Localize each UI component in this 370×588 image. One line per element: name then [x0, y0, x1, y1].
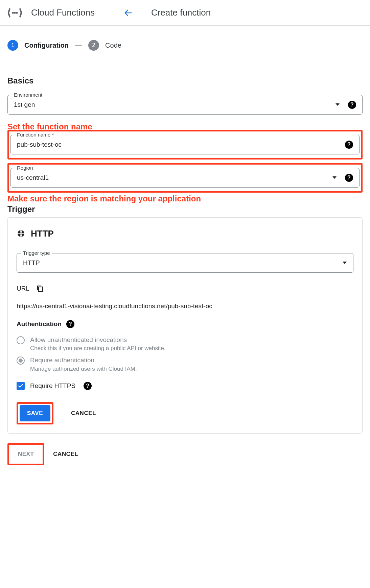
- trigger-url: https://us-central1-visionai-testing.clo…: [17, 302, 353, 310]
- highlight-box-save: SAVE: [17, 402, 53, 424]
- trigger-button-row: SAVE CANCEL: [17, 402, 353, 424]
- highlight-box-region: Region us-central1 ?: [7, 163, 363, 193]
- field-label: Environment: [12, 92, 44, 98]
- back-arrow-button[interactable]: [121, 6, 135, 20]
- basics-heading: Basics: [7, 76, 363, 85]
- header-divider: [115, 5, 115, 21]
- function-name-input[interactable]: Function name * ?: [10, 135, 360, 154]
- help-icon[interactable]: ?: [345, 174, 353, 182]
- step-code[interactable]: 2 Code: [88, 40, 121, 51]
- trigger-type-select[interactable]: Trigger type HTTP: [17, 253, 353, 273]
- main-content: Basics Environment 1st gen ? Set the fun…: [0, 65, 370, 472]
- svg-point-0: [12, 12, 14, 14]
- highlight-box-next: NEXT: [7, 443, 44, 465]
- step-connector: [75, 45, 82, 46]
- globe-icon: [17, 229, 25, 238]
- url-label: URL: [17, 285, 29, 292]
- chevron-down-icon: [332, 175, 337, 181]
- function-name-value[interactable]: [17, 141, 345, 148]
- region-select[interactable]: Region us-central1 ?: [10, 168, 360, 188]
- auth-radio-group: Allow unauthenticated invocations Check …: [17, 334, 353, 374]
- radio-subtitle: Manage authorized users with Cloud IAM.: [30, 366, 137, 372]
- help-icon[interactable]: ?: [84, 382, 92, 390]
- help-icon[interactable]: ?: [348, 101, 356, 109]
- save-button[interactable]: SAVE: [20, 405, 50, 421]
- radio-icon: [17, 336, 25, 344]
- trigger-heading: Trigger: [7, 204, 363, 214]
- checkbox-label: Require HTTPS: [30, 382, 75, 390]
- field-label: Function name *: [15, 132, 56, 138]
- authentication-label: Authentication: [17, 320, 62, 328]
- authentication-row: Authentication ?: [17, 320, 353, 328]
- svg-rect-4: [39, 287, 43, 292]
- step-configuration[interactable]: 1 Configuration: [7, 40, 69, 51]
- app-header: Cloud Functions Create function: [0, 0, 370, 26]
- field-value: HTTP: [23, 259, 342, 267]
- stepper: 1 Configuration 2 Code: [0, 26, 370, 65]
- step-number: 1: [7, 40, 18, 51]
- footer-button-row: NEXT CANCEL: [7, 443, 363, 465]
- radio-title: Require authentication: [30, 356, 137, 365]
- require-https-row[interactable]: Require HTTPS ?: [17, 382, 353, 390]
- annotation-region: Make sure the region is matching your ap…: [7, 194, 363, 204]
- trigger-type-heading: HTTP: [17, 228, 353, 239]
- radio-subtitle: Check this if you are creating a public …: [30, 345, 166, 352]
- svg-point-2: [16, 12, 18, 14]
- help-icon[interactable]: ?: [345, 141, 353, 149]
- step-label: Code: [105, 42, 121, 49]
- checkbox-checked-icon: [17, 382, 25, 390]
- url-row: URL: [17, 285, 353, 292]
- step-number: 2: [88, 40, 99, 51]
- cancel-button-footer[interactable]: CANCEL: [46, 446, 86, 462]
- field-value: us-central1: [17, 174, 332, 181]
- cloud-functions-icon: [7, 5, 23, 21]
- chevron-down-icon: [342, 260, 347, 266]
- next-button[interactable]: NEXT: [10, 446, 41, 462]
- field-label: Region: [15, 165, 35, 171]
- radio-require-authentication[interactable]: Require authentication Manage authorized…: [17, 354, 353, 374]
- field-value: 1st gen: [14, 101, 335, 108]
- svg-point-1: [14, 12, 16, 14]
- radio-title: Allow unauthenticated invocations: [30, 336, 166, 345]
- field-label: Trigger type: [21, 250, 52, 256]
- environment-select[interactable]: Environment 1st gen ?: [7, 95, 363, 115]
- radio-allow-unauthenticated[interactable]: Allow unauthenticated invocations Check …: [17, 334, 353, 354]
- copy-icon[interactable]: [36, 285, 44, 292]
- help-icon[interactable]: ?: [66, 320, 74, 328]
- trigger-heading-text: HTTP: [31, 228, 54, 239]
- product-title: Cloud Functions: [31, 7, 95, 18]
- environment-field-wrap: Environment 1st gen ?: [7, 95, 363, 115]
- trigger-card: HTTP Trigger type HTTP URL https://us-ce…: [7, 217, 363, 434]
- cancel-button[interactable]: CANCEL: [64, 405, 103, 421]
- radio-icon: [17, 357, 25, 365]
- step-label: Configuration: [24, 42, 69, 49]
- chevron-down-icon: [335, 102, 340, 108]
- highlight-box-function-name: Function name * ?: [7, 130, 363, 160]
- page-title: Create function: [151, 7, 211, 18]
